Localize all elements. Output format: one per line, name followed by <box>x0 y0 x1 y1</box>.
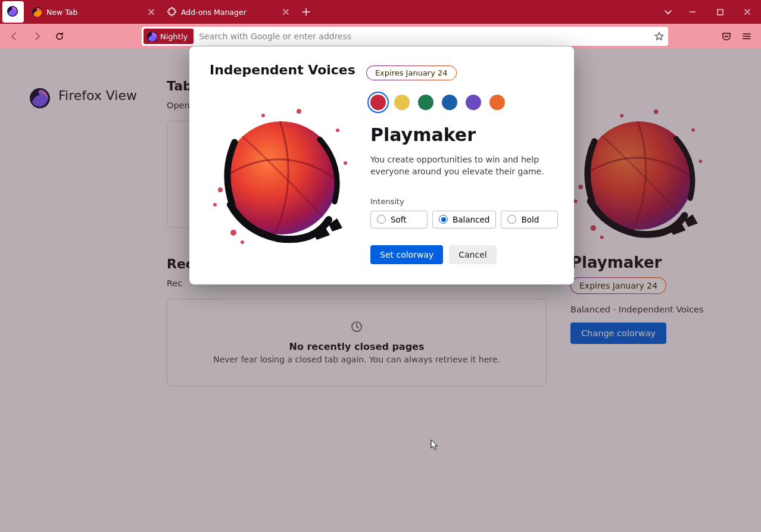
intensity-group: SoftBalancedBold <box>370 211 558 229</box>
selected-colorway-desc: You create opportunities to win and help… <box>370 154 549 178</box>
colorway-artwork <box>570 107 707 244</box>
firefox-icon <box>32 7 42 17</box>
history-icon <box>351 321 363 333</box>
nav-toolbar: Nightly <box>0 24 761 49</box>
swatch-purple[interactable] <box>466 95 481 110</box>
intensity-option-label: Bold <box>521 215 539 224</box>
colorway-side-panel: Playmaker Expires January 24 Balanced · … <box>570 79 725 532</box>
url-bar[interactable]: Nightly <box>142 27 668 46</box>
new-tab-button[interactable] <box>295 0 317 24</box>
tab-addons-manager[interactable]: Add-ons Manager <box>161 0 295 24</box>
swatch-yellow[interactable] <box>394 95 410 110</box>
url-input[interactable] <box>195 32 650 41</box>
change-colorway-button[interactable]: Change colorway <box>570 323 666 344</box>
intensity-option-balanced[interactable]: Balanced <box>432 211 496 229</box>
color-swatches <box>370 95 558 110</box>
tab-label: New Tab <box>46 8 77 17</box>
radio-icon <box>507 215 516 224</box>
swatch-blue[interactable] <box>442 95 457 110</box>
modal-artwork <box>210 95 353 261</box>
cancel-button[interactable]: Cancel <box>449 245 496 264</box>
set-colorway-button[interactable]: Set colorway <box>370 245 443 264</box>
modal-expiry-pill: Expires January 24 <box>366 65 457 80</box>
tab-label: Add-ons Manager <box>181 8 247 17</box>
intensity-label: Intensity <box>370 197 558 206</box>
selected-colorway-name: Playmaker <box>370 124 558 145</box>
save-to-pocket-button[interactable] <box>717 27 736 46</box>
recently-closed-empty-card: No recently closed pages Never fear losi… <box>167 299 547 386</box>
expiry-pill: Expires January 24 <box>570 277 666 294</box>
list-all-tabs-button[interactable] <box>657 0 679 24</box>
mouse-cursor-icon <box>431 439 439 451</box>
puzzle-icon <box>167 7 176 17</box>
radio-icon <box>377 215 386 224</box>
svg-rect-11 <box>718 10 723 15</box>
swatch-playmaker[interactable] <box>370 95 386 110</box>
app-menu-button[interactable] <box>737 27 756 46</box>
intensity-option-soft[interactable]: Soft <box>370 211 428 229</box>
identity-label: Nightly <box>160 32 188 41</box>
page-title: Firefox View <box>58 88 137 103</box>
reload-button[interactable] <box>50 27 69 46</box>
window-minimize-button[interactable] <box>679 0 706 24</box>
close-icon[interactable] <box>282 8 289 15</box>
titlebar: New Tab Add-ons Manager <box>0 0 761 24</box>
swatch-green[interactable] <box>418 95 433 110</box>
identity-box[interactable]: Nightly <box>144 29 194 44</box>
firefox-view-logo-icon <box>30 88 50 108</box>
colorway-meta: Balanced · Independent Voices <box>570 305 704 314</box>
intensity-option-label: Soft <box>391 215 407 224</box>
empty-body: Never fear losing a closed tab again. Yo… <box>179 355 534 364</box>
empty-title: No recently closed pages <box>179 341 534 352</box>
close-icon[interactable] <box>148 8 155 15</box>
intensity-option-bold[interactable]: Bold <box>501 211 558 229</box>
colorway-modal: Independent Voices Expires January 24 Pl… <box>189 46 574 284</box>
intensity-option-label: Balanced <box>453 215 489 224</box>
tab-new-tab[interactable]: New Tab <box>26 0 161 24</box>
colorway-name: Playmaker <box>570 254 662 271</box>
radio-icon <box>439 215 448 224</box>
window-maximize-button[interactable] <box>706 0 734 24</box>
window-close-button[interactable] <box>734 0 761 24</box>
forward-button[interactable] <box>27 27 46 46</box>
bookmark-star-icon[interactable] <box>650 27 668 45</box>
back-button[interactable] <box>5 27 24 46</box>
modal-title: Independent Voices <box>210 62 355 77</box>
swatch-orange[interactable] <box>489 95 505 110</box>
pinned-tab-firefox-view[interactable] <box>0 0 26 24</box>
